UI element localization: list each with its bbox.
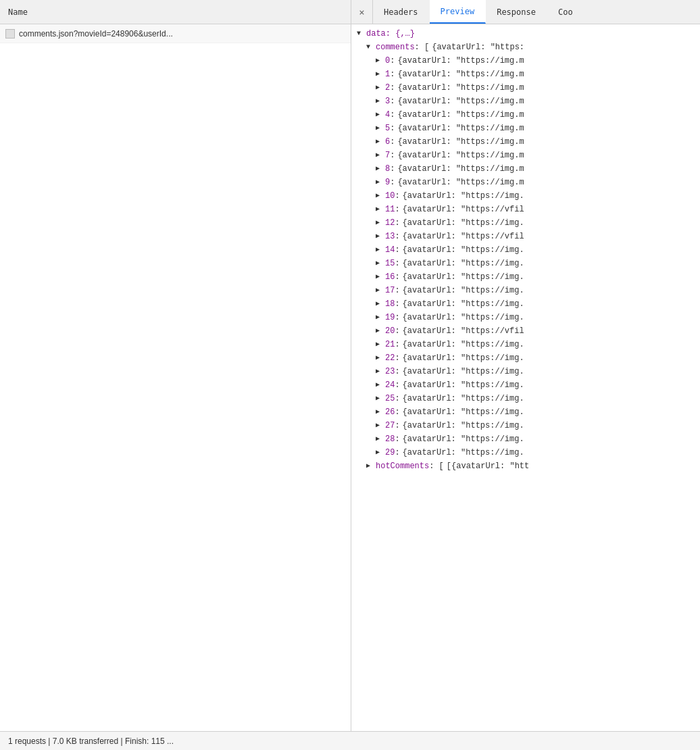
item-10-preview: {avatarUrl: "https://img. (403, 190, 524, 202)
json-item-27: 27 : {avatarUrl: "https://img. (351, 419, 700, 432)
tab-preview[interactable]: Preview (430, 0, 486, 24)
item-18-index: 18 (385, 298, 395, 310)
expand-item-26-arrow[interactable] (376, 406, 385, 418)
expand-item-20-arrow[interactable] (376, 325, 385, 337)
item-0-index: 0 (385, 55, 390, 67)
expand-item-11-arrow[interactable] (376, 203, 385, 216)
item-11-index: 11 (385, 203, 395, 216)
item-26-preview: {avatarUrl: "https://img. (403, 406, 524, 418)
request-item[interactable]: comments.json?movieId=248906&userId... (0, 24, 351, 43)
expand-item-6-arrow[interactable] (376, 136, 385, 148)
json-item-14: 14 : {avatarUrl: "https://img. (351, 243, 700, 257)
item-15-preview: {avatarUrl: "https://img. (403, 257, 524, 270)
expand-item-2-arrow[interactable] (376, 82, 385, 94)
expand-item-5-arrow[interactable] (376, 122, 385, 134)
expand-item-1-arrow[interactable] (376, 68, 385, 80)
json-item-8: 8 : {avatarUrl: "https://img.m (351, 162, 700, 176)
item-0-preview: {avatarUrl: "https://img.m (397, 55, 524, 67)
expand-item-13-arrow[interactable] (376, 230, 385, 243)
expand-hot-comments-arrow[interactable] (366, 460, 376, 472)
tab-headers[interactable]: Headers (373, 0, 430, 24)
item-3-index: 3 (385, 95, 390, 107)
expand-comments-arrow[interactable] (366, 41, 376, 53)
expand-item-23-arrow[interactable] (376, 366, 385, 378)
item-13-preview: {avatarUrl: "https://vfil (403, 230, 524, 243)
requests-list: comments.json?movieId=248906&userId... (0, 24, 351, 731)
json-item-28: 28 : {avatarUrl: "https://img. (351, 432, 700, 446)
expand-item-29-arrow[interactable] (376, 447, 385, 459)
expand-item-19-arrow[interactable] (376, 311, 385, 324)
item-28-preview: {avatarUrl: "https://img. (403, 433, 524, 445)
expand-item-15-arrow[interactable] (376, 257, 385, 270)
item-3-preview: {avatarUrl: "https://img.m (397, 95, 524, 107)
json-item-6: 6 : {avatarUrl: "https://img.m (351, 135, 700, 149)
expand-item-21-arrow[interactable] (376, 339, 385, 351)
close-panel-button[interactable]: × (351, 0, 373, 24)
item-18-preview: {avatarUrl: "https://img. (403, 298, 524, 310)
status-bar: 1 requests | 7.0 KB transferred | Finish… (0, 731, 700, 750)
expand-item-9-arrow[interactable] (376, 176, 385, 189)
item-15-index: 15 (385, 257, 395, 270)
item-24-index: 24 (385, 379, 395, 391)
item-29-index: 29 (385, 447, 395, 459)
item-17-preview: {avatarUrl: "https://img. (403, 284, 524, 297)
expand-item-27-arrow[interactable] (376, 420, 385, 432)
item-7-index: 7 (385, 149, 390, 161)
name-column-header: Name (0, 0, 351, 24)
item-22-preview: {avatarUrl: "https://img. (403, 352, 524, 364)
expand-item-12-arrow[interactable] (376, 217, 385, 229)
expand-item-4-arrow[interactable] (376, 109, 385, 121)
json-item-13: 13 : {avatarUrl: "https://vfil (351, 230, 700, 243)
status-text: 1 requests | 7.0 KB transferred | Finish… (8, 736, 174, 746)
expand-item-8-arrow[interactable] (376, 163, 385, 175)
item-2-preview: {avatarUrl: "https://img.m (397, 82, 524, 94)
item-8-preview: {avatarUrl: "https://img.m (397, 163, 524, 175)
item-23-index: 23 (385, 366, 395, 378)
item-21-preview: {avatarUrl: "https://img. (403, 339, 524, 351)
expand-item-3-arrow[interactable] (376, 95, 385, 107)
expand-root-arrow[interactable] (357, 28, 366, 40)
item-29-preview: {avatarUrl: "https://img. (403, 447, 524, 459)
item-17-index: 17 (385, 284, 395, 297)
json-item-0: 0 : {avatarUrl: "https://img.m (351, 54, 700, 68)
devtools-header: Name × Headers Preview Response Coo (0, 0, 700, 24)
json-item-16: 16 : {avatarUrl: "https://img. (351, 270, 700, 284)
item-9-index: 9 (385, 176, 390, 189)
expand-item-7-arrow[interactable] (376, 149, 385, 161)
expand-item-24-arrow[interactable] (376, 379, 385, 391)
item-10-index: 10 (385, 190, 395, 202)
json-item-12: 12 : {avatarUrl: "https://img. (351, 216, 700, 230)
expand-item-25-arrow[interactable] (376, 393, 385, 405)
tab-response[interactable]: Response (486, 0, 547, 24)
panel-tabs: × Headers Preview Response Coo (351, 0, 700, 24)
tab-cookies[interactable]: Coo (547, 0, 584, 24)
name-column-label: Name (8, 7, 28, 17)
json-item-3: 3 : {avatarUrl: "https://img.m (351, 95, 700, 108)
expand-item-28-arrow[interactable] (376, 433, 385, 445)
main-content: comments.json?movieId=248906&userId... d… (0, 24, 700, 731)
root-key: data: {,…} (366, 28, 415, 40)
item-6-index: 6 (385, 136, 390, 148)
item-27-index: 27 (385, 420, 395, 432)
json-item-9: 9 : {avatarUrl: "https://img.m (351, 176, 700, 189)
item-25-preview: {avatarUrl: "https://img. (403, 393, 524, 405)
expand-item-0-arrow[interactable] (376, 55, 385, 67)
json-item-4: 4 : {avatarUrl: "https://img.m (351, 108, 700, 122)
json-item-25: 25 : {avatarUrl: "https://img. (351, 392, 700, 405)
expand-item-14-arrow[interactable] (376, 244, 385, 256)
expand-item-18-arrow[interactable] (376, 298, 385, 310)
expand-item-22-arrow[interactable] (376, 352, 385, 364)
expand-item-10-arrow[interactable] (376, 190, 385, 202)
file-icon (5, 29, 15, 39)
close-icon: × (359, 7, 364, 18)
json-item-5: 5 : {avatarUrl: "https://img.m (351, 122, 700, 135)
item-8-index: 8 (385, 163, 390, 175)
item-6-preview: {avatarUrl: "https://img.m (397, 136, 524, 148)
item-13-index: 13 (385, 230, 395, 243)
expand-item-16-arrow[interactable] (376, 271, 385, 283)
item-23-preview: {avatarUrl: "https://img. (403, 366, 524, 378)
item-9-preview: {avatarUrl: "https://img.m (397, 176, 524, 189)
expand-item-17-arrow[interactable] (376, 284, 385, 297)
item-4-index: 4 (385, 109, 390, 121)
preview-panel[interactable]: data: {,…} comments : [ {avatarUrl: "htt… (351, 24, 700, 731)
